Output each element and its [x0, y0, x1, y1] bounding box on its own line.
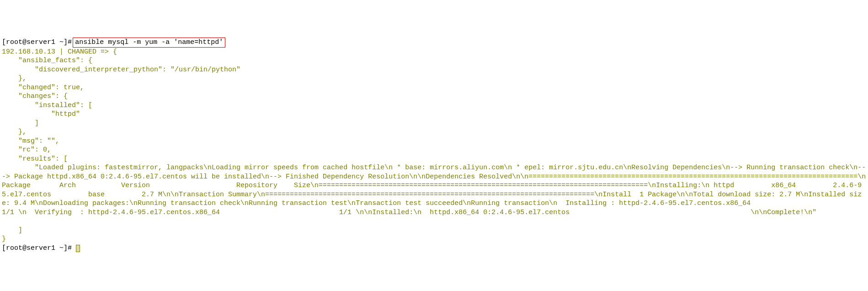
rc-line: "rc": 0,: [2, 146, 51, 154]
httpd-line: "httpd": [2, 110, 80, 118]
command-highlight: ansible mysql -m yum -a 'name=httpd': [73, 38, 225, 48]
terminal-output: [root@server1 ~]#ansible mysql -m yum -a…: [2, 38, 866, 253]
changes-open: "changes": {: [2, 92, 68, 100]
cursor[interactable]: [76, 245, 80, 252]
installed-open: "installed": [: [2, 102, 92, 109]
results-open: "results": [: [2, 155, 68, 163]
command-text: ansible mysql -m yum -a 'name=httpd': [75, 38, 223, 46]
facts-close: },: [2, 75, 27, 82]
installed-close: ]: [2, 119, 39, 127]
prompt-2[interactable]: [root@server1 ~]#: [2, 244, 76, 252]
facts-open: "ansible_facts": {: [2, 57, 92, 65]
results-close: ]: [2, 226, 22, 234]
changed-line: "changed": true,: [2, 84, 84, 92]
result-header: 192.168.10.13 | CHANGED => {: [2, 48, 117, 56]
prompt-1: [root@server1 ~]#: [2, 38, 72, 46]
interpreter-line: "discovered_interpreter_python": "/usr/b…: [2, 66, 240, 74]
msg-line: "msg": "",: [2, 137, 59, 145]
changes-close: },: [2, 128, 27, 136]
outer-close: }: [2, 235, 6, 243]
results-text: "Loaded plugins: fastestmirror, langpack…: [2, 163, 866, 217]
